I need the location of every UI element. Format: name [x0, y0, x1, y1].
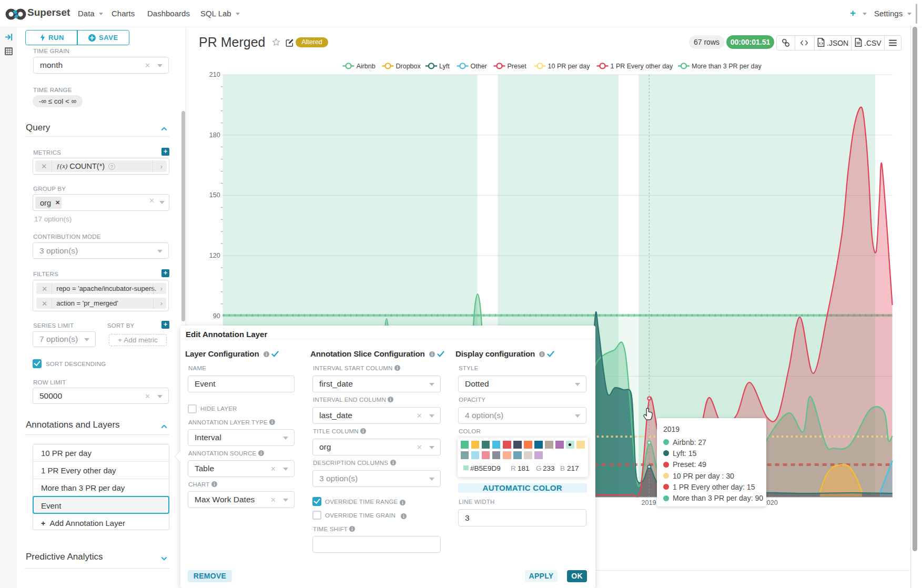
svg-text:90: 90 — [213, 312, 220, 320]
svg-text:Airbnb: Airbnb — [357, 63, 376, 70]
svg-text:1 PR Every other day: 1 PR Every other day — [611, 63, 674, 70]
svg-text:150: 150 — [209, 191, 220, 199]
svg-text:120: 120 — [209, 252, 220, 259]
svg-text:Other: Other — [471, 63, 487, 70]
svg-text:180: 180 — [209, 131, 220, 139]
svg-text:2019: 2019 — [642, 499, 656, 506]
svg-text:Lyft: Lyft — [439, 63, 450, 70]
svg-text:Preset: Preset — [508, 63, 527, 70]
svg-text:More than 3 PR per day: More than 3 PR per day — [692, 63, 762, 70]
svg-text:Dropbox: Dropbox — [396, 63, 421, 70]
svg-text:10 PR per day: 10 PR per day — [548, 63, 591, 70]
